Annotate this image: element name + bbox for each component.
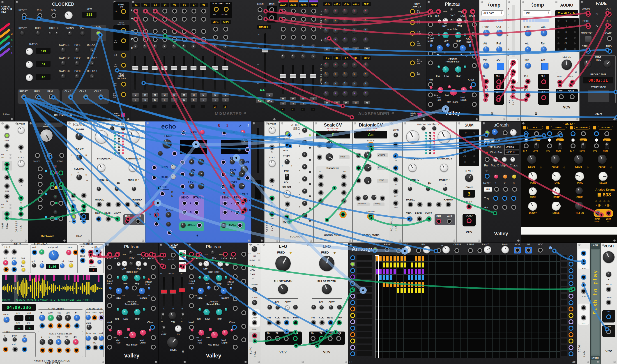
port[interactable] [65, 323, 70, 328]
port[interactable] [581, 305, 586, 310]
arrange-cell[interactable] [397, 282, 399, 287]
port[interactable] [115, 252, 120, 257]
port[interactable] [65, 348, 70, 353]
port[interactable] [436, 219, 441, 224]
port[interactable] [393, 166, 398, 170]
button[interactable]: M [161, 93, 168, 97]
port[interactable] [472, 54, 477, 59]
port[interactable] [568, 262, 574, 267]
knob[interactable] [129, 262, 133, 266]
port[interactable] [221, 184, 226, 189]
knob[interactable] [39, 249, 44, 254]
port[interactable] [222, 130, 227, 135]
button[interactable]: M [333, 47, 340, 51]
port[interactable] [141, 252, 146, 257]
button[interactable]: S [152, 98, 158, 102]
knob[interactable] [342, 81, 348, 87]
button[interactable]: M [222, 93, 229, 97]
toggle-switch[interactable] [161, 312, 165, 319]
fader[interactable] [302, 65, 304, 94]
knob[interactable] [75, 48, 79, 52]
port[interactable] [71, 193, 76, 198]
arrange-cell[interactable] [422, 269, 424, 274]
button[interactable]: S [200, 98, 207, 102]
button[interactable]: S [212, 98, 219, 102]
port[interactable] [428, 60, 433, 65]
knob[interactable] [134, 309, 141, 315]
port[interactable] [568, 319, 574, 324]
port[interactable] [106, 202, 111, 207]
port[interactable] [153, 9, 158, 13]
knob[interactable] [90, 74, 94, 78]
port[interactable] [182, 9, 187, 13]
port[interactable] [276, 320, 281, 325]
button[interactable]: M [152, 93, 158, 97]
port[interactable] [38, 189, 43, 195]
knob[interactable] [225, 308, 227, 311]
port[interactable] [107, 252, 112, 257]
arrange-cell[interactable] [422, 288, 424, 293]
knob[interactable] [293, 305, 298, 309]
knob[interactable] [168, 312, 176, 319]
port[interactable] [97, 202, 102, 207]
port[interactable] [511, 89, 516, 94]
port[interactable] [356, 196, 360, 201]
port[interactable] [151, 274, 156, 279]
port[interactable] [151, 345, 156, 350]
port[interactable] [233, 265, 238, 270]
port[interactable] [59, 153, 64, 158]
arrange-cell[interactable] [404, 256, 406, 261]
port[interactable] [410, 20, 415, 25]
port[interactable] [48, 348, 53, 353]
port[interactable] [285, 131, 290, 136]
port[interactable] [143, 29, 148, 34]
knob[interactable] [576, 187, 583, 195]
port[interactable] [189, 335, 194, 340]
button[interactable]: S [300, 102, 307, 105]
button[interactable]: S [310, 102, 317, 105]
knob[interactable] [133, 44, 138, 49]
knob[interactable] [86, 315, 91, 320]
port[interactable] [275, 336, 280, 341]
port[interactable] [194, 210, 199, 215]
knob[interactable] [333, 62, 339, 68]
port[interactable] [393, 142, 398, 147]
knob[interactable] [510, 129, 517, 136]
fader[interactable] [164, 56, 165, 90]
button[interactable]: DIM [256, 99, 264, 103]
arrange-cell[interactable] [386, 275, 388, 281]
button[interactable] [541, 63, 548, 70]
knob[interactable] [216, 275, 222, 281]
port[interactable] [559, 94, 564, 99]
arrange-cell[interactable] [400, 282, 403, 287]
port[interactable] [301, 26, 306, 32]
port[interactable] [534, 131, 539, 136]
fader[interactable] [224, 56, 226, 90]
port[interactable] [541, 79, 546, 84]
knob[interactable] [216, 309, 222, 315]
button[interactable]: S [181, 98, 187, 102]
fader[interactable] [173, 56, 175, 90]
port[interactable] [570, 80, 575, 85]
port[interactable] [607, 24, 612, 29]
port[interactable] [462, 9, 467, 14]
arrange-cell[interactable] [394, 269, 396, 274]
port[interactable] [341, 182, 346, 187]
fader[interactable] [172, 277, 174, 306]
button[interactable]: M [132, 93, 139, 97]
knob[interactable] [363, 18, 369, 24]
port[interactable] [233, 274, 238, 279]
port[interactable] [192, 9, 196, 13]
knob[interactable] [166, 222, 171, 226]
knob[interactable] [364, 164, 372, 171]
port[interactable] [341, 212, 346, 217]
port[interactable] [581, 260, 586, 265]
knob[interactable] [175, 325, 181, 332]
port[interactable] [373, 247, 378, 252]
button[interactable]: M [352, 47, 359, 51]
knob[interactable] [56, 315, 62, 321]
knob[interactable] [134, 275, 141, 281]
port[interactable] [152, 165, 157, 170]
port[interactable] [154, 221, 159, 226]
knob[interactable] [90, 48, 94, 52]
